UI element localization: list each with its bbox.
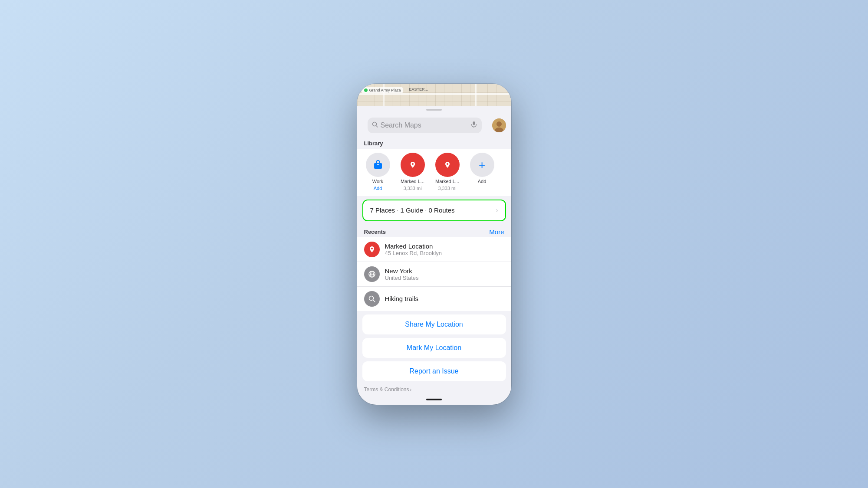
- new-york-icon: [364, 266, 380, 282]
- plus-sign: +: [479, 159, 485, 170]
- svg-point-10: [412, 163, 414, 165]
- phone-container: Grand Army Plaza EASTER... Search Maps: [357, 84, 511, 405]
- recents-label: Recents: [364, 229, 386, 235]
- recent-item-new-york[interactable]: New York United States: [357, 262, 511, 287]
- map-road-vertical-2: [475, 84, 477, 106]
- svg-point-12: [371, 248, 373, 249]
- library-item-work[interactable]: Work Add: [364, 153, 392, 191]
- map-place-name: Grand Army Plaza: [369, 88, 401, 92]
- places-card[interactable]: 7 Places · 1 Guide · 0 Routes ›: [362, 200, 506, 221]
- marked-2-dist: 3,333 mi: [438, 186, 456, 191]
- avatar[interactable]: [492, 118, 506, 132]
- library-label: Library: [357, 138, 511, 149]
- marked-1-icon-circle: [401, 153, 425, 177]
- marked-location-text: Marked Location 45 Lenox Rd, Brooklyn: [385, 242, 504, 256]
- marked-1-label: Marked L...: [401, 179, 424, 184]
- recent-item-marked[interactable]: Marked Location 45 Lenox Rd, Brooklyn: [357, 237, 511, 262]
- drag-handle: [426, 109, 442, 111]
- work-icon-circle: [366, 153, 390, 177]
- map-background: Grand Army Plaza EASTER...: [357, 84, 511, 106]
- library-row: Work Add Marked L... 3,333 mi: [357, 149, 511, 196]
- search-placeholder: Search Maps: [381, 121, 468, 129]
- new-york-sub: United States: [385, 275, 504, 281]
- terms-chevron: ›: [410, 387, 412, 392]
- svg-rect-2: [473, 121, 475, 125]
- work-add: Add: [374, 186, 382, 191]
- svg-rect-7: [374, 163, 382, 169]
- marked-location-icon: [364, 242, 380, 257]
- work-label: Work: [372, 179, 383, 184]
- terms-text: Terms & Conditions: [364, 386, 409, 393]
- mark-location-button[interactable]: Mark My Location: [362, 338, 506, 358]
- svg-line-1: [376, 125, 378, 127]
- main-content: Search Maps Library: [357, 112, 511, 395]
- action-buttons: Share My Location Mark My Location Repor…: [357, 314, 511, 381]
- hiking-text: Hiking trails: [385, 295, 504, 302]
- library-item-marked-1[interactable]: Marked L... 3,333 mi: [399, 153, 427, 191]
- recents-list: Marked Location 45 Lenox Rd, Brooklyn Ne…: [357, 237, 511, 311]
- share-location-button[interactable]: Share My Location: [362, 314, 506, 334]
- search-bar-row: Search Maps: [357, 112, 511, 138]
- mic-icon[interactable]: [470, 121, 477, 130]
- add-icon-circle: +: [470, 153, 494, 177]
- add-label: Add: [478, 179, 487, 184]
- home-indicator: [426, 399, 442, 400]
- recents-header: Recents More: [357, 225, 511, 237]
- marked-2-icon-circle: [435, 153, 460, 177]
- svg-point-11: [447, 163, 448, 165]
- svg-point-5: [496, 121, 502, 127]
- map-pin-green: [363, 88, 368, 93]
- new-york-text: New York United States: [385, 267, 504, 281]
- search-icon: [372, 121, 378, 129]
- hiking-name: Hiking trails: [385, 295, 504, 302]
- search-bar[interactable]: Search Maps: [368, 118, 482, 133]
- library-item-marked-2[interactable]: Marked L... 3,333 mi: [434, 153, 461, 191]
- terms-row[interactable]: Terms & Conditions ›: [357, 385, 511, 395]
- hiking-icon: [364, 291, 380, 307]
- new-york-name: New York: [385, 267, 504, 275]
- marked-2-label: Marked L...: [435, 179, 459, 184]
- map-label-2: EASTER...: [409, 87, 428, 92]
- marked-location-sub: 45 Lenox Rd, Brooklyn: [385, 250, 504, 256]
- places-text: 7 Places · 1 Guide · 0 Routes: [370, 206, 455, 214]
- recent-item-hiking[interactable]: Hiking trails: [357, 287, 511, 311]
- svg-line-18: [373, 300, 375, 302]
- marked-location-name: Marked Location: [385, 242, 504, 250]
- map-road-horizontal: [357, 93, 511, 95]
- marked-1-dist: 3,333 mi: [403, 186, 421, 191]
- svg-rect-8: [377, 164, 379, 165]
- library-item-add[interactable]: + Add: [468, 153, 496, 184]
- report-issue-button[interactable]: Report an Issue: [362, 361, 506, 381]
- map-place-label: Grand Army Plaza: [362, 87, 403, 93]
- more-link[interactable]: More: [489, 228, 504, 236]
- places-chevron: ›: [496, 206, 498, 214]
